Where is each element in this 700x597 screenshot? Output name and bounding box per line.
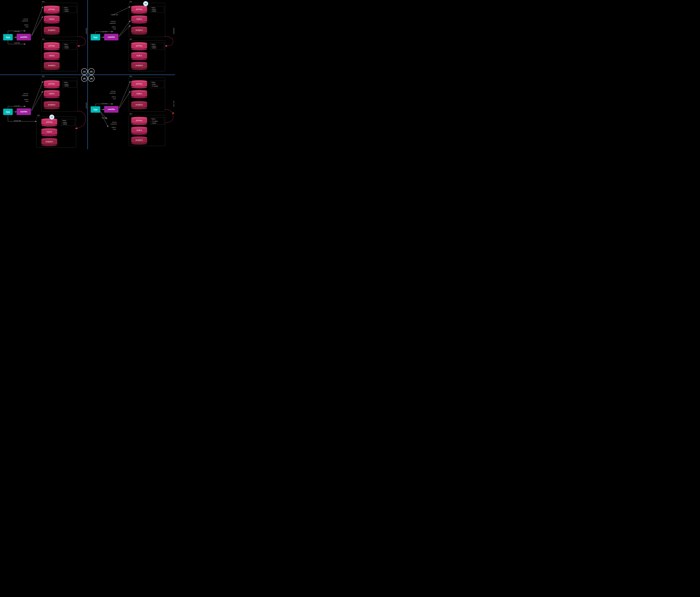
local-db1-label-q3: local db1 [14, 105, 20, 107]
circle-label-2: (2) [88, 68, 95, 75]
db2-analytics-q1: analytics [43, 62, 60, 70]
db2-replica-q1: replica [43, 52, 60, 60]
tables-q4-db1: Tables: • tableA • ✕tableB [150, 81, 164, 88]
db1-analytics-q3: analytics [43, 101, 60, 109]
db1-label-q2: db1 [129, 1, 132, 3]
primary-rw-label-q2: primaryread/write [109, 21, 116, 24]
replica-read-label-q2: replicaread [111, 26, 116, 30]
local-db1-label-q1: local db1 [14, 31, 20, 32]
replication-label-q2: replication [173, 28, 175, 34]
vip-badge-q3: VIP [49, 114, 54, 120]
db2-replica-q3: replica [41, 128, 58, 136]
primary-rw-label-q3: primaryread/write [22, 93, 28, 97]
circle-label-4: (4) [88, 75, 95, 82]
db1-replica-q3: replica [43, 90, 60, 98]
circle-label-1: (1) [81, 68, 88, 75]
tables-q3-db1: Tables: • tableA • tableB [62, 81, 77, 87]
db2-label-q4: db2 [129, 113, 132, 115]
db1-label-q3: db1 [42, 75, 45, 77]
db1-replica-q2: replica [130, 16, 148, 24]
local-db1-label-q4: local db1 [102, 103, 107, 104]
broken-replication-label-q4: rep✕tion [173, 101, 175, 107]
tables-q4-db2: Tables: • ✕tableA • tableB [150, 118, 164, 125]
db1-label-q1: db1 [42, 1, 45, 3]
quadrant-4: db1 primary replica analytics Tables: • … [88, 75, 175, 149]
tables-q1-db2: Tables: • tableA • tableB [62, 43, 77, 49]
replica-read-label-q4-db2: replicaread [111, 127, 116, 130]
db2-primary-q3: primary [41, 119, 58, 127]
db1-label-q4: db1 [129, 75, 132, 77]
db2-primary-q4: primary [130, 117, 148, 125]
db1-analytics-q2: analytics [130, 26, 148, 35]
db1-primary-q2: primary [130, 5, 148, 14]
db2-analytics-q2: analytics [130, 62, 148, 70]
satellite-box-q3: satellite [17, 108, 31, 115]
db2-box-q2: db2 primary replica analytics Tables: • … [129, 41, 165, 71]
satellite-box-q1: satellite [17, 34, 31, 41]
primary-rw-label-q4: primaryread/write [109, 90, 116, 94]
db2-primary-q2: primary [130, 42, 148, 50]
primary-rw-label-q4-db2: primaryread/write [110, 121, 117, 125]
db1-box-q2: db1 VIP primary replica analytics Tables… [129, 3, 165, 37]
db1-box-q4: db1 primary replica analytics Tables: • … [129, 77, 165, 111]
app-box-q3: App [3, 109, 13, 115]
db2-replica-q2: replica [130, 52, 148, 60]
tables-q2-db1: Tables: • tableA • tableB [150, 6, 164, 13]
primary-rw-label-q1: primaryread/write [22, 18, 28, 22]
db2-box-q1: db2 primary replica analytics Tables: • … [41, 41, 78, 71]
local-db2-label-q1: local db2 [14, 42, 20, 44]
db1-analytics-q4: analytics [130, 101, 148, 109]
quadrant-3: db1 primary replica analytics Tables: • … [0, 75, 88, 149]
db2-primary-q1: primary [43, 42, 60, 50]
app-box-q1: App [3, 34, 13, 41]
replication-label-q1: replication [85, 28, 87, 34]
db2-label-q2: db2 [129, 38, 132, 40]
app-box-q2: App [91, 34, 100, 41]
remote-db2-label-q3: remote db2 [14, 120, 21, 122]
tables-q2-db2: Tables: • tableA • tableB [150, 43, 164, 49]
db1-analytics-q1: analytics [43, 26, 60, 35]
db2-box-q4: db2 primary replica analytics Tables: • … [129, 115, 165, 146]
horizontal-divider [0, 75, 175, 75]
db2-analytics-q4: analytics [130, 136, 148, 145]
db1-replica-q1: replica [43, 16, 60, 24]
replica-read-label-q4: replicaread [111, 96, 116, 100]
db1-box-q1: db1 primary replica analytics Tables: • … [41, 3, 78, 37]
db1-replica-q4: replica [130, 90, 148, 98]
circle-label-3: (3) [81, 75, 88, 82]
vip-badge-q2: VIP [143, 1, 148, 6]
satellite-box-q4: satellite [104, 106, 118, 113]
replication-label-q3: replication [85, 102, 87, 109]
db2-label-q1: db2 [42, 38, 45, 40]
db1-primary-q1: primary [43, 5, 60, 14]
remote-db2-label-q2: remote db2 [111, 14, 118, 16]
app-box-q4: App [91, 106, 100, 113]
local-db2-label-q4: local db2 [102, 117, 107, 119]
replica-read-label-q1: replicaread [24, 24, 28, 28]
db2-label-q3: db2 [37, 114, 40, 116]
db1-box-q3: db1 primary replica analytics Tables: • … [41, 77, 78, 111]
db2-replica-q4: replica [130, 127, 148, 135]
quadrant-2: db1 VIP primary replica analytics Tables… [88, 0, 175, 75]
quadrant-1: db1 primary replica analytics Tables: • … [0, 0, 88, 75]
db1-primary-q4: primary [130, 80, 148, 88]
svg-text:✕: ✕ [172, 112, 174, 115]
db1-primary-q3: primary [43, 80, 60, 88]
replica-read-label-q3: replicaread [24, 99, 28, 102]
db2-analytics-q3: analytics [41, 138, 58, 146]
db2-box-q3: db2 VIP primary replica analytics Tables… [36, 116, 76, 148]
svg-line-26 [100, 112, 108, 127]
local-db1-label-q2: local db1 [102, 31, 107, 32]
tables-q1-db1: Tables: • tableA • tableB [62, 6, 77, 13]
tables-q3-db2: Tables: • tableA • tableB [61, 119, 75, 126]
satellite-box-q2: satellite [104, 34, 118, 41]
